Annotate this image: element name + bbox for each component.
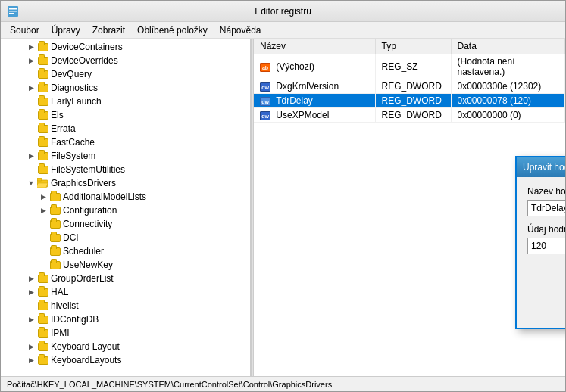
folder-icon	[37, 95, 49, 107]
svg-rect-5	[37, 178, 42, 181]
name-label: Název hodnoty:	[527, 186, 565, 197]
expander[interactable]: ▶	[25, 286, 37, 298]
expander[interactable]: ▶	[25, 82, 37, 94]
tree-label: IPMI	[51, 328, 70, 338]
menu-edit[interactable]: Úpravy	[45, 23, 86, 37]
tree-panel[interactable]: ▶ DeviceContainers ▶ DeviceOverrides Dev…	[1, 39, 251, 376]
name-input[interactable]	[527, 200, 565, 216]
dialog-body: Název hodnoty: Údaj hodnoty: Číselná sou…	[517, 177, 565, 328]
row-name: dw TdrDelay	[254, 93, 375, 107]
row-type: REG_DWORD	[375, 93, 451, 107]
expander-empty	[37, 245, 49, 257]
folder-icon	[37, 313, 49, 325]
folder-icon	[37, 354, 49, 366]
menu-help[interactable]: Nápověda	[214, 23, 267, 37]
tree-label: Configuration	[63, 205, 117, 216]
tree-item-keyboard-layout[interactable]: ▶ Keyboard Layout	[1, 340, 250, 353]
tree-item-filesystem-utilities[interactable]: FileSystemUtilities	[1, 163, 250, 176]
tree-item-early-launch[interactable]: EarlyLaunch	[1, 95, 250, 108]
reg-dword-icon: dw	[260, 82, 270, 92]
expander[interactable]: ▶	[37, 204, 49, 216]
tree-item-errata[interactable]: Errata	[1, 122, 250, 135]
tree-label: Els	[51, 110, 64, 120]
tree-label: Errata	[51, 123, 76, 134]
tree-item-els[interactable]: Els	[1, 108, 250, 122]
folder-icon	[37, 136, 49, 148]
tree-item-graphics-drivers[interactable]: ▼ GraphicsDrivers	[1, 176, 250, 190]
tree-item-device-overrides[interactable]: ▶ DeviceOverrides	[1, 54, 250, 67]
row-data: (Hodnota není nastavena.)	[451, 54, 565, 79]
menu-favorites[interactable]: Oblíbené položky	[131, 23, 214, 37]
table-row[interactable]: dw DxgKrnlVersion REG_DWORD 0x0000300e (…	[254, 79, 565, 93]
row-data: 0x0000300e (12302)	[451, 79, 565, 93]
value-input[interactable]	[527, 238, 565, 254]
detail-panel: Název Typ Data ab (Výchozí) REG_SZ (Hodn…	[254, 39, 565, 376]
tree-item-file-system[interactable]: ▶ FileSystem	[1, 149, 250, 163]
expander-empty	[25, 327, 37, 339]
folder-icon	[37, 109, 49, 121]
folder-icon	[37, 68, 49, 80]
tree-item-scheduler[interactable]: Scheduler	[1, 244, 250, 258]
folder-icon	[37, 150, 49, 162]
expander[interactable]: ▶	[25, 313, 37, 325]
expander-empty	[25, 136, 37, 148]
reg-dword-icon: dw	[260, 111, 270, 120]
expander[interactable]: ▶	[25, 354, 37, 366]
svg-rect-1	[9, 8, 17, 10]
row-name: ab (Výchozí)	[254, 54, 375, 79]
table-row-selected[interactable]: dw TdrDelay REG_DWORD 0x00000078 (120)	[254, 93, 565, 107]
tree-label: Connectivity	[63, 219, 112, 229]
tree-item-configuration[interactable]: ▶ Configuration	[1, 204, 250, 217]
folder-icon	[37, 327, 49, 339]
tree-label: GroupOrderList	[51, 273, 114, 284]
tree-label: FileSystem	[51, 151, 95, 161]
tree-label: AdditionalModelLists	[63, 191, 146, 202]
tree-label: DCI	[63, 232, 79, 243]
tree-item-additional-model-lists[interactable]: ▶ AdditionalModelLists	[1, 190, 250, 204]
tree-item-device-containers[interactable]: ▶ DeviceContainers	[1, 40, 250, 54]
tree-label: DeviceContainers	[51, 42, 123, 52]
expander[interactable]: ▶	[25, 272, 37, 285]
tree-item-hal[interactable]: ▶ HAL	[1, 285, 250, 299]
tree-label: Keyboard Layout	[51, 341, 120, 352]
expander-open[interactable]: ▼	[25, 177, 37, 189]
registry-table: Název Typ Data ab (Výchozí) REG_SZ (Hodn…	[254, 39, 565, 123]
tree-item-keyboard-layouts[interactable]: ▶ KeyboardLayouts	[1, 353, 250, 367]
tree-label: KeyboardLayouts	[51, 355, 121, 366]
folder-icon	[49, 232, 61, 244]
table-row[interactable]: dw UseXPModel REG_DWORD 0x00000000 (0)	[254, 107, 565, 122]
tree-item-diagnostics[interactable]: ▶ Diagnostics	[1, 81, 250, 95]
tree-item-ipmi[interactable]: IPMI	[1, 326, 250, 340]
tree-item-hivelist[interactable]: hivelist	[1, 299, 250, 313]
window-title: Editor registru	[255, 6, 311, 17]
expander-empty	[37, 232, 49, 244]
row-type: REG_DWORD	[375, 107, 451, 122]
tree-item-fast-cache[interactable]: FastCache	[1, 135, 250, 149]
status-text: Počítač\HKEY_LOCAL_MACHINE\SYSTEM\Curren…	[7, 380, 332, 389]
folder-icon	[49, 218, 61, 230]
tree-item-dci[interactable]: DCI	[1, 231, 250, 244]
svg-rect-3	[9, 13, 14, 14]
main-content: ▶ DeviceContainers ▶ DeviceOverrides Dev…	[1, 39, 565, 376]
tree-item-use-new-key[interactable]: UseNewKey	[1, 258, 250, 272]
menu-view[interactable]: Zobrazit	[86, 23, 131, 37]
folder-icon	[37, 54, 49, 67]
expander[interactable]: ▶	[25, 341, 37, 353]
tree-label: UseNewKey	[63, 260, 113, 270]
tree-item-id-config-db[interactable]: ▶ IDConfigDB	[1, 313, 250, 326]
table-row[interactable]: ab (Výchozí) REG_SZ (Hodnota není nastav…	[254, 54, 565, 79]
folder-icon	[49, 259, 61, 271]
tree-item-dev-query[interactable]: DevQuery	[1, 67, 250, 81]
col-header-name: Název	[254, 39, 375, 54]
expander[interactable]: ▶	[37, 191, 49, 203]
expander[interactable]: ▶	[25, 150, 37, 162]
row-data: 0x00000078 (120)	[451, 93, 565, 107]
tree-item-connectivity[interactable]: Connectivity	[1, 217, 250, 231]
expander[interactable]: ▶	[25, 41, 37, 53]
tree-label: HAL	[51, 287, 68, 297]
tree-label: hivelist	[51, 300, 79, 311]
menu-file[interactable]: Soubor	[4, 23, 45, 37]
folder-icon	[37, 163, 49, 176]
expander[interactable]: ▶	[25, 54, 37, 67]
tree-item-group-order-list[interactable]: ▶ GroupOrderList	[1, 272, 250, 285]
